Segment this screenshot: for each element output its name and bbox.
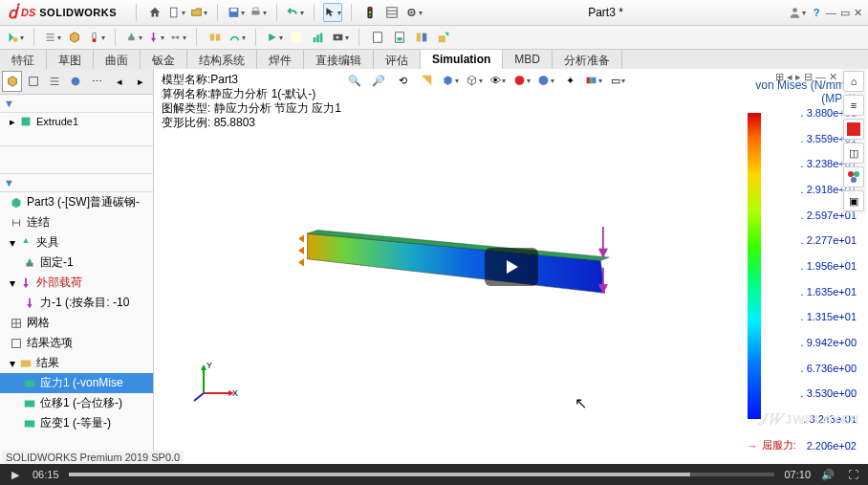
svg-point-7	[369, 11, 371, 13]
section-icon[interactable]	[417, 71, 436, 90]
print-icon[interactable]: ▾	[249, 3, 268, 22]
svg-text:X: X	[232, 388, 238, 398]
hu-home-icon[interactable]: ⌂	[843, 71, 864, 92]
home-icon[interactable]	[145, 3, 164, 22]
tree-connections[interactable]: 连结	[0, 212, 153, 232]
hu-view-icon[interactable]: ◫	[843, 143, 864, 164]
scene-icon[interactable]: ▾	[536, 71, 555, 90]
fm-tab-disp[interactable]	[66, 71, 86, 92]
export-icon[interactable]	[434, 28, 453, 47]
tree-stress[interactable]: 应力1 (-vonMise	[0, 373, 153, 393]
save-icon[interactable]: ▾	[227, 3, 246, 22]
tree-disp[interactable]: 位移1 (-合位移-)	[0, 393, 153, 413]
shell-icon[interactable]: ▾	[228, 28, 247, 47]
fm-tab-config[interactable]	[23, 71, 43, 92]
open-icon[interactable]: ▾	[189, 3, 208, 22]
tree-fixtures[interactable]: ▾ 夹具	[0, 232, 153, 253]
gear-icon[interactable]: ▾	[404, 3, 423, 22]
svg-rect-20	[216, 34, 220, 41]
minimize-btn[interactable]: —	[826, 7, 836, 19]
cmdtab-MBD[interactable]: MBD	[503, 50, 553, 71]
fixture-icon[interactable]: ▾	[124, 28, 143, 47]
contact-icon[interactable]	[206, 28, 225, 47]
new-doc-icon[interactable]: ▾	[167, 3, 186, 22]
select-icon[interactable]: ▾	[323, 3, 342, 22]
hu-appearance-icon[interactable]: ▣	[843, 190, 864, 211]
seek-bar[interactable]	[69, 473, 775, 476]
result-plot-beam	[278, 227, 651, 303]
fullscreen-button[interactable]: ⛶	[845, 469, 860, 480]
tree-fixed[interactable]: 固定-1	[0, 253, 153, 273]
rotate-icon[interactable]: ⟲	[393, 71, 412, 90]
tree-part[interactable]: Part3 (-[SW]普通碳钢-	[0, 192, 153, 212]
color-legend: von Mises (N/mm^2 (MPa)) . 3.880e+01. 3.…	[723, 78, 857, 115]
display-style-icon[interactable]: ▾	[441, 71, 460, 90]
fm-tab-more[interactable]: ⋯	[87, 71, 107, 92]
tree-force[interactable]: 力-1 (:按条目: -10	[0, 293, 153, 313]
svg-rect-3	[252, 11, 260, 14]
cmdtab-直接编辑[interactable]: 直接编辑	[304, 50, 374, 71]
cmdtab-Simulation[interactable]: Simulation	[421, 50, 503, 71]
hu-colors-icon[interactable]	[843, 119, 864, 140]
results2-icon[interactable]	[309, 28, 328, 47]
plot-settings-icon[interactable]: ▾	[584, 71, 603, 90]
report1-icon[interactable]	[368, 28, 387, 47]
layers-icon[interactable]	[382, 3, 401, 22]
fm-tab-feature[interactable]	[2, 71, 22, 92]
cmdtab-草图[interactable]: 草图	[47, 50, 94, 71]
svg-rect-23	[314, 37, 316, 42]
play-button[interactable]: ▶	[8, 469, 23, 481]
hu-layers-icon[interactable]: ≡	[843, 95, 864, 116]
render-icon[interactable]: ✦	[560, 71, 579, 90]
hide-show-icon[interactable]: 👁▾	[488, 71, 508, 90]
funnel-icon-2[interactable]: ▼	[4, 177, 14, 188]
tree-results[interactable]: ▾ 结果	[0, 353, 153, 373]
cube-icon[interactable]	[65, 28, 84, 47]
close-btn[interactable]: ✕	[854, 7, 862, 19]
user-icon[interactable]: ▾	[788, 3, 807, 22]
help-icon[interactable]: ?	[807, 3, 826, 22]
appearance-icon[interactable]: ▾	[512, 71, 532, 90]
connection-icon[interactable]: ▾	[168, 28, 187, 47]
fm-nav-left[interactable]: ◂	[109, 71, 129, 92]
anim-icon[interactable]: ▾	[331, 28, 350, 47]
graphics-viewport[interactable]: ⊞ ◂ ▸ ⊟ — ✕ 模型名称:Part3 算例名称:静应力分析 1(-默认-…	[154, 69, 868, 464]
run-icon[interactable]: ▾	[265, 28, 284, 47]
svg-point-8	[369, 14, 371, 16]
volume-button[interactable]: 🔊	[820, 469, 835, 481]
view-orient-icon[interactable]: ▾	[465, 71, 484, 90]
svg-point-34	[72, 77, 80, 86]
funnel-icon[interactable]: ▼	[4, 98, 14, 109]
force-icon[interactable]: ▾	[146, 28, 165, 47]
hu-palette-icon[interactable]	[843, 166, 864, 187]
tree-mesh[interactable]: 网格	[0, 313, 153, 333]
tree-strain[interactable]: 应变1 (-等量-)	[0, 413, 153, 433]
cmdtab-评估[interactable]: 评估	[374, 50, 421, 71]
tree-loads[interactable]: ▾ 外部载荷	[0, 273, 153, 293]
legend-value: . 1.635e+01	[769, 286, 857, 298]
tree-options[interactable]: 结果选项	[0, 333, 153, 353]
cmdtab-特征[interactable]: 特征	[0, 50, 47, 71]
cmdtab-结构系统[interactable]: 结构系统	[187, 50, 257, 71]
sim-new-icon[interactable]: ▾	[6, 28, 25, 47]
cmdtab-钣金[interactable]: 钣金	[141, 50, 187, 71]
zoom-area-icon[interactable]: 🔎	[369, 71, 388, 90]
traffic-icon[interactable]	[360, 3, 380, 22]
report2-icon[interactable]	[390, 28, 409, 47]
compare-icon[interactable]	[412, 28, 431, 47]
fm-nav-right[interactable]: ▸	[131, 71, 151, 92]
list-icon[interactable]: ▾	[43, 28, 62, 47]
tree-extrude[interactable]: ▸ Extrude1	[0, 113, 153, 130]
cmdtab-分析准备[interactable]: 分析准备	[553, 50, 622, 71]
zoom-fit-icon[interactable]: 🔍	[345, 71, 364, 90]
fm-tab-prop[interactable]	[45, 71, 65, 92]
viewport-layout-icon[interactable]: ▭▾	[608, 71, 627, 90]
legend-value: . 1.956e+01	[769, 260, 857, 272]
play-overlay[interactable]	[485, 248, 538, 286]
cmdtab-曲面[interactable]: 曲面	[94, 50, 141, 71]
cmdtab-焊件[interactable]: 焊件	[257, 50, 304, 71]
undo-icon[interactable]: ▾	[286, 3, 305, 22]
results1-icon[interactable]	[287, 28, 306, 47]
thermo-icon[interactable]: ▾	[87, 28, 106, 47]
maximize-btn[interactable]: ▭	[840, 7, 850, 19]
